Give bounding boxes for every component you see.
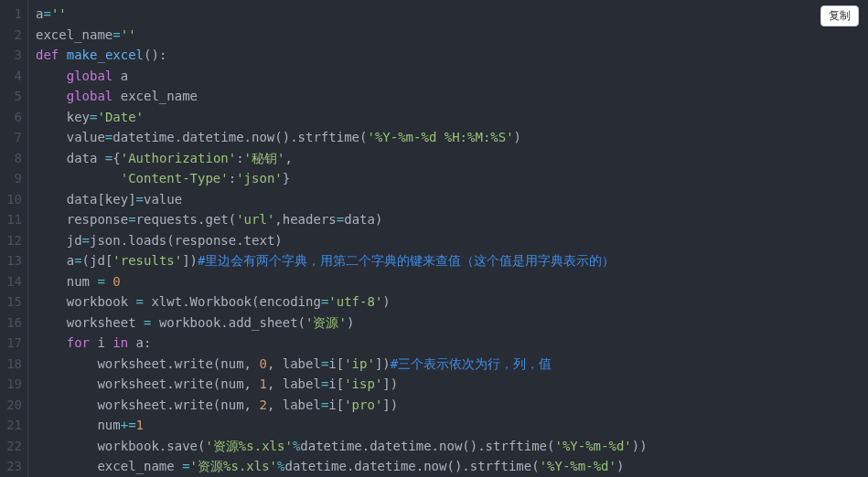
code-line: num = 0 — [36, 271, 868, 292]
line-number: 17 — [0, 333, 27, 354]
code-line: num+=1 — [36, 415, 868, 436]
code-line: global a — [36, 66, 868, 87]
code-line: workbook.save('资源%s.xls'%datetime.dateti… — [36, 436, 868, 457]
code-line: excel_name ='资源%s.xls'%datetime.datetime… — [36, 456, 868, 477]
line-number: 4 — [0, 66, 27, 87]
code-line: response=requests.get('url',headers=data… — [36, 209, 868, 230]
code-line: excel_name='' — [36, 25, 868, 46]
code-line: 'Content-Type':'json'} — [36, 168, 868, 189]
line-number: 18 — [0, 354, 27, 375]
line-gutter: 1234567891011121314151617181920212223 — [0, 0, 28, 477]
line-number: 19 — [0, 374, 27, 395]
line-number: 7 — [0, 127, 27, 148]
code-line: value=datetime.datetime.now().strftime('… — [36, 127, 868, 148]
line-number: 11 — [0, 209, 27, 230]
line-number: 20 — [0, 395, 27, 416]
code-line: global excel_name — [36, 86, 868, 107]
line-number: 16 — [0, 313, 27, 334]
code-line: key='Date' — [36, 107, 868, 128]
line-number: 1 — [0, 4, 27, 25]
code-line: worksheet.write(num, 0, label=i['ip'])#三… — [36, 354, 868, 375]
code-wrap: 1234567891011121314151617181920212223 a=… — [0, 0, 868, 477]
code-block: 复制 1234567891011121314151617181920212223… — [0, 0, 868, 477]
code-line: worksheet.write(num, 1, label=i['isp']) — [36, 374, 868, 395]
line-number: 5 — [0, 86, 27, 107]
code-line: def make_excel(): — [36, 45, 868, 66]
line-number: 12 — [0, 230, 27, 251]
line-number: 8 — [0, 148, 27, 169]
code-line: workbook = xlwt.Workbook(encoding='utf-8… — [36, 292, 868, 313]
code-line: a=(jd['results'])#里边会有两个字典，用第二个字典的键来查值（这… — [36, 250, 868, 271]
code-line: data[key]=value — [36, 189, 868, 210]
line-number: 6 — [0, 107, 27, 128]
line-number: 23 — [0, 456, 27, 477]
code-line: worksheet.write(num, 2, label=i['pro']) — [36, 395, 868, 416]
code-line: data ={'Authorization':'秘钥', — [36, 148, 868, 169]
line-number: 21 — [0, 415, 27, 436]
copy-button[interactable]: 复制 — [820, 5, 859, 26]
line-number: 3 — [0, 45, 27, 66]
code-line: worksheet = workbook.add_sheet('资源') — [36, 313, 868, 334]
line-number: 10 — [0, 189, 27, 210]
code-area[interactable]: a=''excel_name=''def make_excel(): globa… — [28, 0, 868, 477]
line-number: 14 — [0, 271, 27, 292]
code-line: for i in a: — [36, 333, 868, 354]
line-number: 2 — [0, 25, 27, 46]
line-number: 22 — [0, 436, 27, 457]
line-number: 9 — [0, 168, 27, 189]
line-number: 15 — [0, 292, 27, 313]
line-number: 13 — [0, 250, 27, 271]
code-line: a='' — [36, 4, 868, 25]
code-line: jd=json.loads(response.text) — [36, 230, 868, 251]
